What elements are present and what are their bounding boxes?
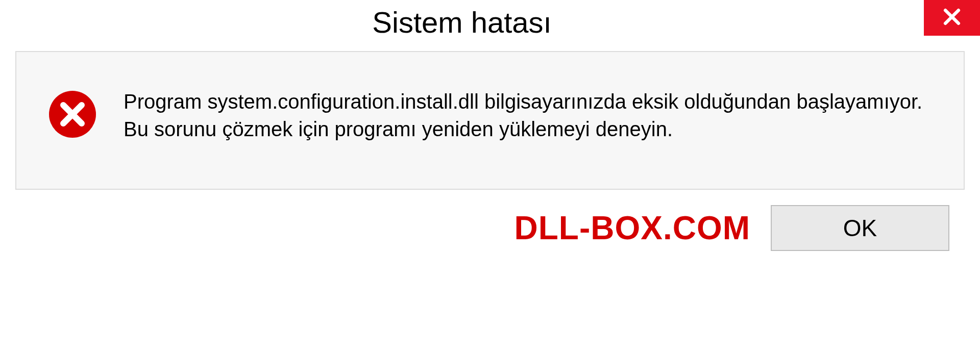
ok-button-label: OK — [843, 214, 877, 242]
close-button[interactable] — [924, 0, 980, 36]
close-icon — [941, 6, 963, 30]
dialog-footer: DLL-BOX.COM OK — [0, 190, 980, 251]
message-panel: Program system.configuration.install.dll… — [15, 51, 965, 190]
ok-button[interactable]: OK — [771, 205, 949, 251]
error-icon — [47, 89, 98, 142]
dialog-message: Program system.configuration.install.dll… — [124, 88, 933, 143]
title-bar: Sistem hatası — [0, 0, 980, 46]
watermark-text: DLL-BOX.COM — [514, 209, 751, 247]
dialog-title: Sistem hatası — [0, 0, 924, 39]
